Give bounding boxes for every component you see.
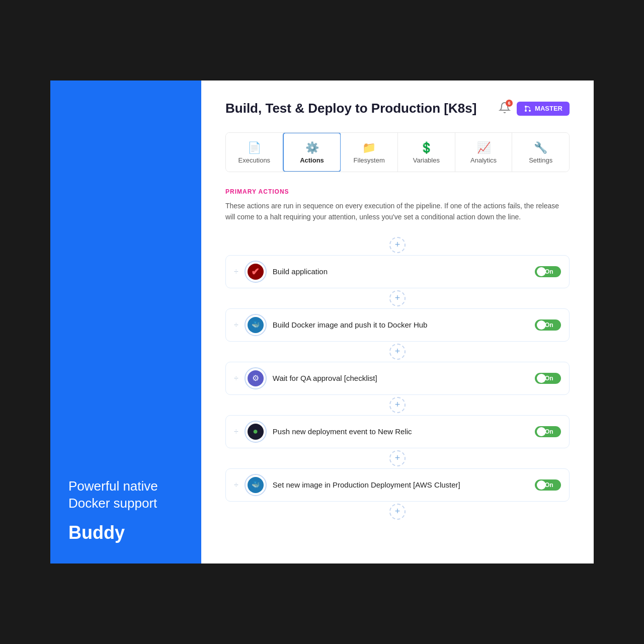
drag-handle[interactable]: ÷ (234, 267, 238, 276)
branch-label: MASTER (535, 105, 562, 112)
action-name: Build application (273, 267, 529, 276)
header-actions: 6 MASTER (499, 102, 570, 116)
tab-actions[interactable]: ⚙️ Actions (283, 132, 342, 172)
approval-icon: ⚙ (248, 370, 264, 386)
add-action-1[interactable]: + (389, 290, 406, 306)
action-row: ÷ ⚙ Wait for QA approval [checklist] On (225, 362, 570, 395)
action-name: Wait for QA approval [checklist] (273, 374, 529, 382)
analytics-icon: 📈 (477, 142, 491, 153)
toggle-action-3[interactable]: On (535, 373, 561, 384)
pipeline: + ÷ ✔ Build application On + ÷ 🐳 Build D… (225, 235, 570, 522)
maven-icon: ✔ (248, 264, 264, 280)
toggle-action-2[interactable]: On (535, 319, 561, 331)
tab-filesystem-label: Filesystem (354, 156, 385, 164)
action-icon-wrapper: 🐳 (245, 474, 267, 496)
add-action-4[interactable]: + (389, 450, 406, 466)
action-icon-wrapper: ⚙ (245, 367, 267, 389)
newrelic-icon: ● (248, 424, 264, 440)
svg-point-2 (525, 110, 527, 112)
actions-icon: ⚙️ (305, 142, 319, 153)
tab-variables[interactable]: 💲 Variables (398, 133, 455, 172)
tab-analytics-label: Analytics (470, 156, 497, 164)
main-content: Build, Test & Deploy to Production [K8s]… (201, 80, 594, 564)
action-name: Push new deployment event to New Relic (273, 427, 529, 436)
page-header: Build, Test & Deploy to Production [K8s]… (225, 101, 570, 116)
action-icon-wrapper: ● (245, 421, 267, 443)
tab-executions[interactable]: 📄 Executions (226, 133, 283, 172)
variables-icon: 💲 (420, 142, 433, 153)
drag-handle[interactable]: ÷ (234, 374, 238, 383)
action-icon-wrapper: 🐳 (245, 314, 267, 336)
add-action-bottom[interactable]: + (389, 504, 406, 520)
action-row: ÷ 🐳 Set new image in Production Deployme… (225, 468, 570, 502)
notification-button[interactable]: 6 (499, 102, 511, 116)
drag-handle[interactable]: ÷ (234, 480, 238, 490)
section-description: These actions are run in sequence on eve… (225, 200, 568, 223)
tab-settings[interactable]: 🔧 Settings (512, 133, 569, 172)
drag-handle[interactable]: ÷ (234, 427, 238, 436)
action-row: ÷ ● Push new deployment event to New Rel… (225, 415, 570, 448)
tab-settings-label: Settings (529, 156, 552, 164)
primary-actions-label: PRIMARY ACTIONS (225, 188, 570, 195)
action-row: ÷ ✔ Build application On (225, 255, 570, 288)
action-icon-wrapper: ✔ (245, 261, 267, 283)
svg-point-0 (529, 110, 531, 112)
add-action-3[interactable]: + (389, 397, 406, 413)
toggle-action-5[interactable]: On (535, 479, 561, 491)
filesystem-icon: 📁 (362, 142, 376, 153)
tab-bar: 📄 Executions ⚙️ Actions 📁 Filesystem 💲 V… (225, 132, 570, 172)
tab-analytics[interactable]: 📈 Analytics (455, 133, 513, 172)
settings-icon: 🔧 (534, 142, 547, 153)
tab-variables-label: Variables (413, 156, 440, 164)
tab-actions-label: Actions (300, 156, 324, 164)
drag-handle[interactable]: ÷ (234, 320, 238, 330)
action-name: Set new image in Production Deployment [… (273, 480, 529, 489)
sidebar-logo: Buddy (68, 522, 183, 543)
toggle-action-1[interactable]: On (535, 266, 561, 277)
tab-filesystem[interactable]: 📁 Filesystem (341, 133, 398, 172)
branch-badge[interactable]: MASTER (517, 102, 570, 116)
sidebar-tagline: Powerful native Docker support (68, 478, 183, 512)
notification-count: 6 (506, 100, 513, 107)
action-name: Build Docker image and push it to Docker… (273, 320, 529, 329)
action-row: ÷ 🐳 Build Docker image and push it to Do… (225, 308, 570, 342)
add-action-2[interactable]: + (389, 344, 406, 360)
docker-icon: 🐳 (248, 317, 264, 333)
toggle-action-4[interactable]: On (535, 426, 561, 437)
svg-point-1 (525, 106, 527, 108)
k8s-icon: 🐳 (248, 477, 264, 493)
sidebar: Powerful native Docker support Buddy (50, 80, 201, 564)
page-title: Build, Test & Deploy to Production [K8s] (225, 101, 476, 116)
add-action-top[interactable]: + (389, 237, 406, 253)
executions-icon: 📄 (248, 142, 261, 153)
tab-executions-label: Executions (238, 156, 271, 164)
